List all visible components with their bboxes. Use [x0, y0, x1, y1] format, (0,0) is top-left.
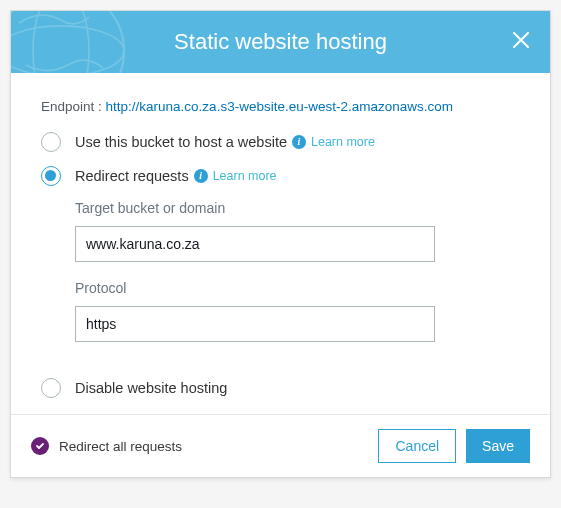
option-host-website[interactable]: Use this bucket to host a website i Lear…	[41, 132, 520, 152]
option-redirect-requests[interactable]: Redirect requests i Learn more	[41, 166, 520, 186]
modal-title: Static website hosting	[174, 29, 387, 55]
globe-decoration	[11, 11, 131, 73]
target-bucket-input[interactable]	[75, 226, 435, 262]
protocol-label: Protocol	[75, 280, 520, 296]
modal-header: Static website hosting	[11, 11, 550, 73]
check-circle-icon	[31, 437, 49, 455]
cancel-button[interactable]: Cancel	[378, 429, 456, 463]
redirect-subform: Target bucket or domain Protocol	[75, 200, 520, 360]
modal-body: Endpoint : http://karuna.co.za.s3-websit…	[11, 73, 550, 414]
option-disable-label: Disable website hosting	[75, 378, 227, 398]
info-icon[interactable]: i	[292, 135, 306, 149]
endpoint-link[interactable]: http://karuna.co.za.s3-website.eu-west-2…	[106, 99, 453, 114]
learn-more-link[interactable]: Learn more	[213, 166, 277, 186]
learn-more-link[interactable]: Learn more	[311, 132, 375, 152]
close-icon[interactable]	[510, 29, 532, 55]
radio-host-website[interactable]	[41, 132, 61, 152]
info-icon[interactable]: i	[194, 169, 208, 183]
endpoint-row: Endpoint : http://karuna.co.za.s3-websit…	[41, 99, 520, 114]
option-redirect-label: Redirect requests	[75, 166, 189, 186]
radio-redirect-requests[interactable]	[41, 166, 61, 186]
status-text: Redirect all requests	[59, 439, 182, 454]
modal-footer: Redirect all requests Cancel Save	[11, 414, 550, 477]
save-button[interactable]: Save	[466, 429, 530, 463]
option-disable-hosting[interactable]: Disable website hosting	[41, 378, 520, 398]
option-host-label: Use this bucket to host a website	[75, 132, 287, 152]
static-website-hosting-modal: Static website hosting Endpoint : http:/…	[10, 10, 551, 478]
radio-disable-hosting[interactable]	[41, 378, 61, 398]
svg-point-0	[11, 11, 124, 73]
protocol-input[interactable]	[75, 306, 435, 342]
target-bucket-label: Target bucket or domain	[75, 200, 520, 216]
endpoint-label: Endpoint :	[41, 99, 102, 114]
